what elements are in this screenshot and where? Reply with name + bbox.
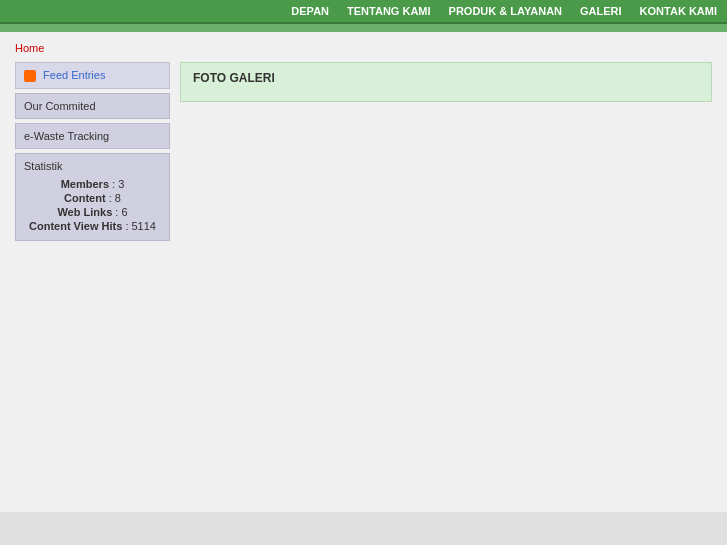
nav-produk-layanan[interactable]: PRODUK & LAYANAN <box>449 5 562 17</box>
stats-weblinks-row: Web Links : 6 <box>26 206 159 218</box>
sidebar-committed[interactable]: Our Commited <box>15 93 170 119</box>
stats-contentviews-label: Content View Hits <box>29 220 122 232</box>
stats-weblinks-value: 6 <box>121 206 127 218</box>
feed-entries-link[interactable]: Feed Entries <box>43 69 105 81</box>
stats-members-label: Members <box>61 178 109 190</box>
nav-kontak-kami[interactable]: KONTAK KAMI <box>640 5 717 17</box>
breadcrumb-home-link[interactable]: Home <box>15 42 44 54</box>
content-layout: Feed Entries Our Commited e-Waste Tracki… <box>15 62 712 245</box>
nav-galeri[interactable]: GALERI <box>580 5 622 17</box>
rss-icon <box>24 70 36 82</box>
top-navigation: DEPAN TENTANG KAMI PRODUK & LAYANAN GALE… <box>0 0 727 24</box>
stats-content-value: 8 <box>115 192 121 204</box>
stats-title: Statistik <box>24 160 161 172</box>
foto-galeri-box: FOTO GALERI <box>180 62 712 102</box>
stats-content-row: Content : 8 <box>26 192 159 204</box>
breadcrumb: Home <box>15 42 712 54</box>
stats-members-row: Members : 3 <box>26 178 159 190</box>
stats-table: Members : 3 Content : 8 Web Links : 6 Co… <box>24 176 161 234</box>
stats-contentviews-row: Content View Hits : 5114 <box>26 220 159 232</box>
foto-galeri-title: FOTO GALERI <box>193 71 275 85</box>
stats-content-label: Content <box>64 192 106 204</box>
sidebar-ewaste-label: e-Waste Tracking <box>24 130 109 142</box>
nav-tentang-kami[interactable]: TENTANG KAMI <box>347 5 431 17</box>
stats-contentviews-value: 5114 <box>132 220 156 232</box>
stats-weblinks-label: Web Links <box>57 206 112 218</box>
sidebar-committed-label: Our Commited <box>24 100 96 112</box>
main-content: FOTO GALERI <box>180 62 712 112</box>
banner <box>0 24 727 32</box>
sidebar-feed-box: Feed Entries <box>15 62 170 89</box>
main-wrapper: Home Feed Entries Our Commited e-Waste T… <box>0 32 727 512</box>
stats-members-value: 3 <box>118 178 124 190</box>
nav-depan[interactable]: DEPAN <box>291 5 329 17</box>
sidebar-stats: Statistik Members : 3 Content : 8 Web Li… <box>15 153 170 241</box>
footer <box>0 512 727 545</box>
sidebar: Feed Entries Our Commited e-Waste Tracki… <box>15 62 170 245</box>
sidebar-ewaste[interactable]: e-Waste Tracking <box>15 123 170 149</box>
